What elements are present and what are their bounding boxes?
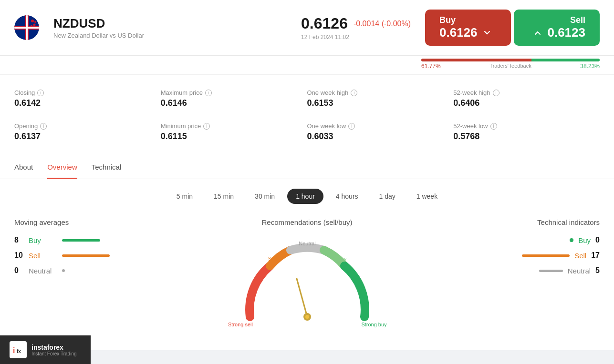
info-icon-closing[interactable]: i — [37, 90, 44, 96]
time-btn-30min[interactable]: 30 min — [246, 189, 283, 204]
stat-52-low-label: 52-week low i — [453, 122, 600, 130]
stat-closing-label: Closing i — [14, 89, 161, 96]
info-icon-52-high[interactable]: i — [493, 90, 500, 96]
strong-sell-label: Strong sell — [228, 322, 253, 327]
time-btn-5min[interactable]: 5 min — [168, 189, 201, 204]
info-icon-max[interactable]: i — [205, 90, 212, 96]
price-change: -0.0014 (-0.00%) — [354, 20, 411, 28]
svg-point-8 — [34, 21, 36, 23]
stat-week-high-value: 0.6153 — [307, 98, 454, 108]
info-icon-week-high[interactable]: i — [351, 90, 357, 96]
ma-neutral-count: 0 — [14, 266, 24, 275]
feedback-bar-wrapper: 61.77% Traders' feedback 38.23% — [421, 59, 600, 70]
time-btn-1week[interactable]: 1 week — [408, 189, 446, 204]
gauge-section: Recommendations (sell/buy) Strong sell S… — [129, 218, 485, 336]
instaforex-footer: i fx instaforex Instant Forex Trading — [0, 335, 91, 364]
ma-sell-bar — [62, 254, 110, 257]
neutral-label: Neutral — [299, 241, 315, 246]
stat-52-high: 52-week high i 0.6406 — [453, 84, 600, 113]
price-datetime: 12 Feb 2024 11:02 — [301, 34, 349, 40]
svg-rect-4 — [26, 15, 28, 40]
sell-button[interactable]: Sell 0.6123 — [514, 10, 600, 46]
tech-sell-label: Sell — [574, 252, 586, 260]
ma-sell-count: 10 — [14, 251, 24, 260]
tabs-section: About Overview Technical — [0, 156, 614, 179]
tab-about[interactable]: About — [14, 156, 33, 179]
stat-week-high-label: One week high i — [307, 89, 454, 96]
tech-neutral-bar — [539, 270, 563, 272]
moving-averages: Moving averages 8 Buy 10 Sell 0 Neutral — [14, 218, 119, 336]
tech-sell-item: Sell 17 — [495, 251, 600, 260]
buy-label: Buy — [337, 256, 346, 262]
tech-neutral-label: Neutral — [568, 267, 591, 275]
gauge-chart: Strong sell Sell Neutral Buy Strong buy — [226, 231, 388, 336]
buy-price: 0.6126 — [439, 25, 478, 40]
time-filter: 5 min 15 min 30 min 1 hour 4 hours 1 day… — [0, 179, 614, 213]
feedback-bar — [421, 59, 600, 61]
tech-neutral-item: Neutral 5 — [495, 266, 600, 275]
info-icon-week-low[interactable]: i — [348, 123, 355, 130]
svg-point-5 — [31, 20, 34, 22]
stats-grid: Closing i 0.6142 Maximum price i 0.6146 … — [0, 74, 614, 156]
stat-min-price: Minimum price i 0.6115 — [161, 118, 307, 146]
info-icon-52-low[interactable]: i — [490, 123, 497, 130]
instaforex-tagline: Instant Forex Trading — [31, 351, 77, 356]
recommendations-title: Recommendations (sell/buy) — [261, 218, 352, 226]
ma-neutral-bar — [62, 269, 65, 272]
instaforex-text: instaforex Instant Forex Trading — [31, 344, 77, 356]
stat-week-low-value: 0.6033 — [307, 131, 454, 142]
info-icon-opening[interactable]: i — [40, 123, 47, 130]
stat-week-high: One week high i 0.6153 — [307, 84, 454, 113]
svg-point-6 — [33, 24, 36, 26]
moving-averages-title: Moving averages — [14, 218, 119, 226]
technical-indicators: Technical indicators Buy 0 Sell 17 Neutr… — [495, 218, 600, 336]
strong-buy-label: Strong buy — [361, 322, 387, 327]
tab-overview[interactable]: Overview — [47, 156, 77, 179]
stat-min-value: 0.6115 — [161, 131, 307, 142]
feedback-labels: 61.77% Traders' feedback 38.23% — [421, 63, 600, 70]
sell-price: 0.6123 — [547, 25, 585, 40]
time-btn-4hours[interactable]: 4 hours — [327, 189, 367, 204]
stat-week-low-label: One week low i — [307, 122, 454, 130]
currency-flag — [14, 15, 39, 40]
ma-buy-bar — [62, 239, 100, 242]
currency-info: NZDUSD New Zealand Dollar vs US Dollar — [53, 16, 268, 39]
chevron-up-icon — [533, 28, 542, 38]
tech-sell-bar — [522, 254, 570, 257]
instaforex-logo-icon: i fx — [10, 341, 27, 358]
main-container: NZDUSD New Zealand Dollar vs US Dollar 0… — [0, 0, 614, 350]
buy-button[interactable]: Buy 0.6126 — [425, 10, 511, 46]
sell-label: Sell — [570, 15, 585, 25]
tech-buy-label: Buy — [578, 236, 591, 244]
time-btn-1day[interactable]: 1 day — [371, 189, 404, 204]
stat-opening-label: Opening i — [14, 122, 161, 130]
price-section: 0.6126 -0.0014 (-0.00%) 12 Feb 2024 11:0… — [301, 15, 411, 40]
sell-percentage: 38.23% — [580, 63, 600, 70]
feedback-bar-sell — [531, 59, 600, 61]
time-btn-1hour[interactable]: 1 hour — [287, 189, 323, 204]
tab-technical[interactable]: Technical — [92, 156, 122, 179]
ma-sell-item: 10 Sell — [14, 251, 119, 260]
ma-neutral-item: 0 Neutral — [14, 266, 119, 275]
time-btn-15min[interactable]: 15 min — [205, 189, 242, 204]
tech-buy-count: 0 — [595, 236, 600, 244]
stat-week-low: One week low i 0.6033 — [307, 118, 454, 146]
trade-buttons: Buy 0.6126 Sell 0.6123 — [425, 10, 600, 46]
tech-neutral-count: 5 — [595, 266, 600, 275]
ma-neutral-label: Neutral — [29, 267, 57, 275]
technical-title: Technical indicators — [495, 218, 600, 226]
header-section: NZDUSD New Zealand Dollar vs US Dollar 0… — [0, 0, 614, 56]
currency-description: New Zealand Dollar vs US Dollar — [53, 32, 268, 39]
svg-point-7 — [31, 25, 32, 27]
info-icon-min[interactable]: i — [203, 123, 210, 130]
stat-max-price: Maximum price i 0.6146 — [161, 84, 307, 113]
svg-point-12 — [305, 315, 309, 319]
ma-buy-label: Buy — [29, 236, 57, 244]
tech-sell-count: 17 — [591, 251, 600, 260]
stat-closing: Closing i 0.6142 — [14, 84, 161, 113]
analysis-section: Moving averages 8 Buy 10 Sell 0 Neutral … — [0, 213, 614, 350]
stat-opening-value: 0.6137 — [14, 131, 161, 142]
chevron-down-icon — [482, 28, 492, 38]
stat-opening: Opening i 0.6137 — [14, 118, 161, 146]
ma-buy-item: 8 Buy — [14, 236, 119, 244]
